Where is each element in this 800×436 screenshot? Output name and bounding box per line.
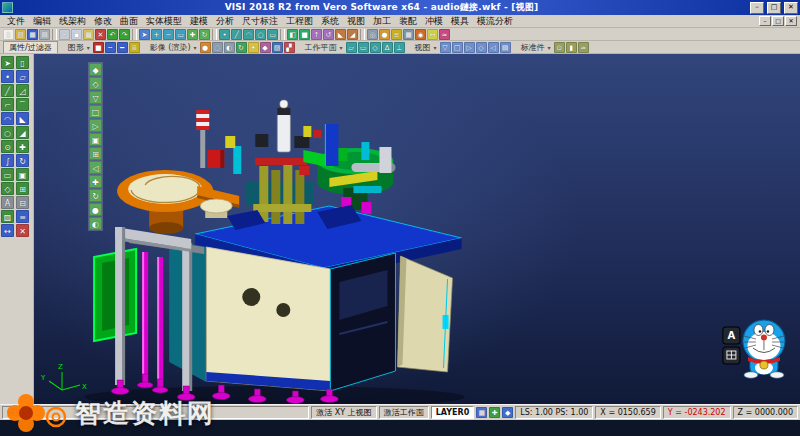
wcs-icon[interactable]: ◆: [89, 63, 102, 76]
zoom-all-icon[interactable]: ▣: [89, 133, 102, 146]
paste-icon[interactable]: ▩: [83, 29, 94, 40]
menu-item[interactable]: 加工: [369, 15, 395, 28]
menu-item[interactable]: 冲模: [421, 15, 447, 28]
grid-icon[interactable]: ▦: [403, 29, 414, 40]
fillet-tool-icon[interactable]: ◣: [16, 112, 29, 125]
line-width-icon[interactable]: ━: [117, 42, 128, 53]
spring-icon[interactable]: ≈: [578, 42, 589, 53]
chamfer-icon[interactable]: ◢: [347, 29, 358, 40]
select-filter-icon[interactable]: ➤: [1, 56, 14, 69]
circle-tool-icon[interactable]: ○: [1, 126, 14, 139]
erase-icon[interactable]: ✕: [16, 224, 29, 237]
menu-item[interactable]: 建模: [186, 15, 212, 28]
pin-icon[interactable]: ▮: [566, 42, 577, 53]
rectangle-icon[interactable]: ▭: [267, 29, 278, 40]
chevron-down-icon[interactable]: ▾: [87, 44, 92, 51]
line-icon[interactable]: ╱: [231, 29, 242, 40]
surface-icon[interactable]: ◧: [287, 29, 298, 40]
layer-grid-icon[interactable]: ▦: [476, 407, 487, 418]
side-view-icon[interactable]: ▷: [89, 119, 102, 132]
point-tool-icon[interactable]: •: [1, 70, 14, 83]
shaded-render-icon[interactable]: ●: [200, 42, 211, 53]
dimension-tool-icon[interactable]: ↔: [1, 224, 14, 237]
save-icon[interactable]: ▦: [27, 29, 38, 40]
bolt-icon[interactable]: ⊙: [554, 42, 565, 53]
menu-item[interactable]: 装配: [395, 15, 421, 28]
menu-item[interactable]: 曲面: [116, 15, 142, 28]
clip-plane-icon[interactable]: ▞: [284, 42, 295, 53]
view-front-icon[interactable]: □: [452, 42, 463, 53]
wp-xy-icon[interactable]: ▱: [346, 42, 357, 53]
snap-mode-icon[interactable]: ✚: [489, 407, 500, 418]
menu-item[interactable]: 模具: [447, 15, 473, 28]
lighting-icon[interactable]: ☀: [248, 42, 259, 53]
close-button[interactable]: ✕: [784, 2, 798, 14]
ellipse-tool-icon[interactable]: ⊙: [1, 140, 14, 153]
zoom-out-icon[interactable]: −: [163, 29, 174, 40]
view-iso-icon[interactable]: ◇: [476, 42, 487, 53]
menu-item[interactable]: 线架构: [55, 15, 90, 28]
menu-item[interactable]: 模流分析: [473, 15, 517, 28]
zoom-window-icon[interactable]: ⊞: [89, 147, 102, 160]
viewport-3d[interactable]: Z X Y A: [34, 54, 800, 404]
redo-icon[interactable]: ↷: [119, 29, 130, 40]
active-workplane-field[interactable]: 激活工作面: [379, 406, 429, 419]
extrude-icon[interactable]: ↑: [311, 29, 322, 40]
shaded-mode-icon[interactable]: ●: [379, 29, 390, 40]
wireframe-render-icon[interactable]: ◌: [212, 42, 223, 53]
wp-xz-icon[interactable]: ▭: [358, 42, 369, 53]
chevron-down-icon[interactable]: ▾: [434, 44, 439, 51]
maximize-button[interactable]: □: [767, 2, 781, 14]
minimize-button[interactable]: –: [750, 2, 764, 14]
front-view-icon[interactable]: □: [89, 105, 102, 118]
hide-show-icon[interactable]: ◐: [89, 217, 102, 230]
polygon-tool-icon[interactable]: ◇: [1, 182, 14, 195]
hidden-line-icon[interactable]: ◐: [224, 42, 235, 53]
chevron-down-icon[interactable]: ▾: [194, 44, 199, 51]
background-icon[interactable]: ▨: [272, 42, 283, 53]
trim-icon[interactable]: ◿: [16, 84, 29, 97]
layers-icon[interactable]: ≡: [391, 29, 402, 40]
materials-icon[interactable]: ◆: [260, 42, 271, 53]
orbit-icon[interactable]: ↻: [89, 189, 102, 202]
color-icon[interactable]: ■: [93, 42, 104, 53]
point-icon[interactable]: •: [219, 29, 230, 40]
circle-icon[interactable]: ○: [255, 29, 266, 40]
open-file-icon[interactable]: ▨: [15, 29, 26, 40]
text-tool-icon[interactable]: A: [1, 196, 14, 209]
revolve-icon[interactable]: ↺: [323, 29, 334, 40]
mirror-icon[interactable]: ▯: [16, 56, 29, 69]
arc-icon[interactable]: ◠: [243, 29, 254, 40]
delete-icon[interactable]: ✕: [95, 29, 106, 40]
select-icon[interactable]: ➤: [139, 29, 150, 40]
new-file-icon[interactable]: ▯: [3, 29, 14, 40]
chamfer-tool-icon[interactable]: ◢: [16, 126, 29, 139]
move-icon[interactable]: ✚: [16, 140, 29, 153]
menu-item[interactable]: 实体模型: [142, 15, 186, 28]
mdi-minimize-button[interactable]: –: [759, 16, 771, 26]
cut-icon[interactable]: ✂: [59, 29, 70, 40]
snap-icon[interactable]: ◉: [415, 29, 426, 40]
view-lock-icon[interactable]: ◆: [502, 407, 513, 418]
view-prev-icon[interactable]: ◁: [488, 42, 499, 53]
dynamic-view-icon[interactable]: ↻: [236, 42, 247, 53]
pan-icon[interactable]: ✚: [187, 29, 198, 40]
offset-icon[interactable]: ▱: [16, 70, 29, 83]
rect-tool-icon[interactable]: ▭: [1, 168, 14, 181]
view-list-icon[interactable]: ▤: [500, 42, 511, 53]
snap-toggle[interactable]: 捕捉: [2, 406, 28, 419]
view-right-icon[interactable]: ▷: [464, 42, 475, 53]
top-view-icon[interactable]: ▽: [89, 91, 102, 104]
properties-icon[interactable]: ≡: [16, 210, 29, 223]
properties-filter-tab[interactable]: 属性/过滤器: [3, 41, 58, 53]
layer-field[interactable]: LAYER0: [431, 406, 475, 419]
line-tool-icon[interactable]: ╱: [1, 84, 14, 97]
polyline-tool-icon[interactable]: ⌐: [1, 98, 14, 111]
rotate-icon[interactable]: ↻: [16, 154, 29, 167]
wp-normal-icon[interactable]: ⊥: [394, 42, 405, 53]
fillet-icon[interactable]: ◣: [335, 29, 346, 40]
zoom-previous-icon[interactable]: ◁: [89, 161, 102, 174]
menu-item[interactable]: 视图: [343, 15, 369, 28]
scale-icon[interactable]: ▣: [16, 168, 29, 181]
copy-icon[interactable]: ▣: [71, 29, 82, 40]
